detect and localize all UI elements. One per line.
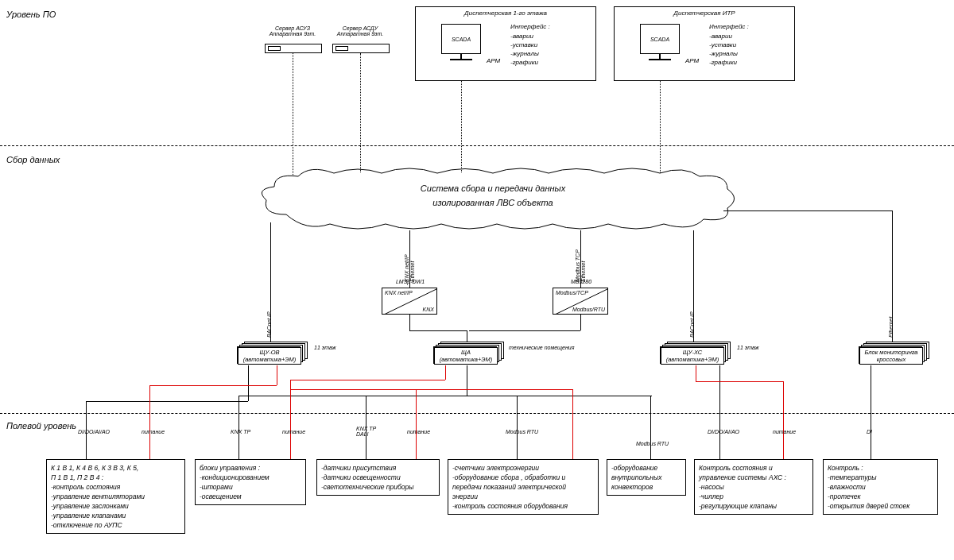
lbl-mbtcp: Modbus TCP Ethernet: [575, 249, 586, 282]
field-b5: -оборудование внутрипольных конвекторов: [607, 459, 686, 496]
l-mb-h: [469, 330, 580, 331]
l-xc-b6: [719, 365, 720, 459]
dispatch-1-title: Диспетчерская 1-го этажа: [416, 10, 595, 17]
server1-label: Сервер АСУЗ Аппаратная 9эт.: [261, 25, 324, 37]
r-xc-d: [696, 365, 696, 381]
lbl-bacnet-ov: BACnet IP: [266, 311, 272, 338]
converter-mb: MB3280 Modbus/TCP Modbus/RTU: [553, 288, 608, 315]
lbl-mbrtu-b5: Modbus RTU: [636, 441, 669, 446]
r-ov-d: [277, 365, 277, 385]
cloud-line2: изолированная ЛВС объекта: [374, 199, 612, 207]
arm-2-label: АРМ: [685, 57, 699, 64]
lbl-pwr-b2: питание: [282, 429, 305, 434]
arm-1: SCADA: [441, 24, 481, 60]
lbl-pwr-b1: питание: [142, 429, 165, 434]
lbl-mbrtu-b4: Modbus RTU: [506, 429, 538, 434]
server2-label: Сервер АСДУ Аппаратная 9эт.: [328, 25, 392, 37]
conv-knx-bot: KNX: [423, 307, 434, 312]
lbl-knxdali-b3: KNX TP DALI: [356, 426, 376, 437]
lbl-bacnet-xc: BACnet IP: [689, 311, 695, 338]
conv-mb-bot: Modbus/RTU: [572, 307, 605, 312]
cab-xc-floor: 11 этаж: [737, 345, 759, 350]
field-b1: К 1 В 1, К 4 В 6, К 3 В 3, К 5, П 1 В 1,…: [46, 459, 185, 534]
lbl-eth-mon: Ethernet: [888, 317, 894, 338]
server-asdu: [332, 44, 390, 53]
lbl-pwr-b6: питание: [773, 429, 796, 434]
l-knx-d: [409, 315, 410, 330]
line-arm2: [660, 81, 661, 172]
if1-title: Интерфейс :: [510, 22, 550, 31]
line-arm1: [461, 81, 462, 172]
lbl-knxip: KNX net/IP Ethernet: [404, 254, 415, 282]
l-ov-h: [86, 401, 248, 402]
lbl-dio-b6: DI/DO/AI/AO: [708, 429, 739, 434]
lbl-dio-b1: DI/DO/AI/AO: [78, 429, 110, 434]
field-b2: блоки управления : -кондиционированием -…: [195, 459, 306, 505]
l-knx-v2: [467, 330, 467, 342]
line-srv2: [360, 53, 361, 172]
r-ov-h: [149, 385, 277, 386]
divider-2: [0, 413, 954, 414]
cab-xc: ЩУ-ХС(автоматика+ЭМ): [660, 342, 723, 364]
cab-sha: ЩА(автоматика+ЭМ): [433, 342, 497, 364]
field-b3: -датчики присутствия -датчики освещеннос…: [316, 459, 440, 496]
l-sha-h: [238, 396, 652, 396]
r-sha-b4: [572, 389, 573, 459]
l-mb-d: [580, 315, 581, 330]
if1-items: -аварии -уставки -журналы -графики: [510, 32, 539, 67]
if2-items: -аварии -уставки -журналы -графики: [709, 32, 738, 67]
dispatch-2-title: Диспетчерская ИТР: [615, 10, 794, 17]
arm-1-label: АРМ: [487, 57, 500, 64]
l-sha-d: [467, 365, 467, 396]
level-data: Сбор данных: [6, 155, 60, 164]
r-xc-h: [696, 381, 783, 382]
scada-1: SCADA: [441, 24, 481, 54]
l-mon-b7: [871, 365, 871, 459]
scada-2: SCADA: [640, 24, 680, 54]
r-sha-d: [445, 365, 446, 380]
r-sha-h2: [290, 389, 572, 390]
r-sha-h1: [290, 380, 445, 380]
l-sha-b4: [517, 396, 518, 459]
cab-ov: ЩУ-ОВ(автоматика+ЭМ): [237, 342, 301, 364]
cab-mon: Блок мониторингакроссовых: [859, 342, 922, 364]
l-knx-h: [409, 330, 467, 331]
divider-1: [0, 145, 954, 146]
field-b7: Контроль : -температуры -влажности -прот…: [823, 459, 938, 515]
line-srv1: [293, 53, 293, 176]
r-sha-b2: [290, 380, 291, 459]
r-xc-b6: [783, 381, 784, 459]
line-eth-h: [723, 210, 893, 211]
if2-title: Интерфейс :: [709, 22, 749, 31]
lbl-knxtp-b2: KNX TP: [231, 429, 250, 434]
l-sha-b5: [650, 396, 651, 459]
r-sha-b3: [416, 389, 417, 459]
cloud-line1: Система сбора и передачи данных: [374, 184, 612, 193]
level-field: Полевой уровень: [6, 421, 76, 431]
lbl-di-b7: DI: [867, 429, 872, 434]
l-sha-b2: [238, 396, 239, 459]
cab-sha-floor: технические помещения: [509, 345, 574, 350]
field-b4: -счетчики электроэнергии -оборудование с…: [448, 459, 599, 515]
r-ov-b1: [149, 385, 150, 459]
arm-2: SCADA: [640, 24, 680, 60]
conv-knx-top: KNX net/IP: [385, 290, 413, 295]
conv-mb-top: Modbus/TCP: [556, 290, 588, 295]
cab-ov-floor: 11 этаж: [314, 345, 336, 350]
converter-knx: LMSp-DW1 KNX net/IP KNX: [382, 288, 437, 315]
level-software: Уровень ПО: [6, 10, 56, 19]
lbl-pwr-b3: питание: [407, 429, 430, 434]
field-b6: Контроль состояния и управление системы …: [694, 459, 813, 515]
server-asuz: [265, 44, 322, 53]
